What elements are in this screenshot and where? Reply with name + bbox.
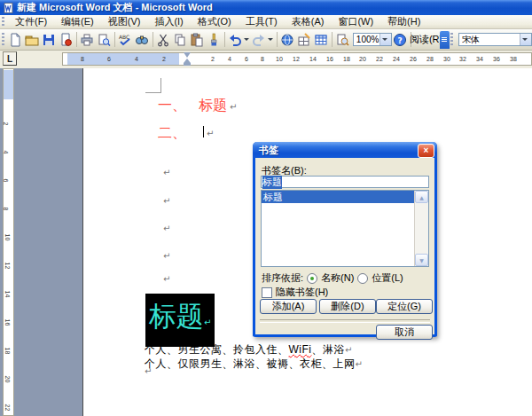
redo-icon: [252, 33, 266, 47]
sort-by-name-radio[interactable]: [307, 273, 317, 284]
chevron-down-icon: [382, 38, 387, 41]
read-layout-button[interactable]: 阅读(R): [413, 31, 437, 48]
dialog-titlebar: 书签 ×: [253, 142, 437, 158]
menu-item[interactable]: 工具(T): [239, 13, 285, 30]
undo-icon: [228, 33, 242, 47]
bookmark-list-item[interactable]: 标题: [262, 191, 414, 203]
chevron-up-icon: ▲: [419, 194, 424, 200]
goto-button[interactable]: 定位(G): [376, 299, 433, 314]
sort-by-position-radio[interactable]: [357, 273, 368, 284]
sort-by-name-label: 名称(N): [321, 271, 354, 285]
toolbar-separator: [76, 32, 77, 47]
line1-post: 、淋浴: [312, 343, 346, 356]
vertical-ruler[interactable]: 246810121416182022: [3, 68, 14, 416]
heading-line-1[interactable]: 一、标题↵: [158, 97, 237, 115]
toolbar-drag-handle[interactable]: [2, 33, 4, 47]
svg-text:?: ?: [397, 35, 402, 44]
menu-item[interactable]: 文件(F): [8, 13, 54, 30]
open-folder-icon: [25, 33, 39, 47]
dialog-close-button[interactable]: ×: [418, 144, 434, 158]
toolbar-options-button[interactable]: [440, 31, 450, 49]
paragraph-mark: ↵: [163, 196, 170, 206]
cancel-button-label: 取消: [395, 326, 414, 339]
body-text-line-1[interactable]: 个人、男生公寓、拎包入住、WiFi、淋浴↵: [145, 342, 353, 357]
scroll-down-button[interactable]: ▼: [415, 254, 428, 266]
print-button[interactable]: [79, 31, 96, 48]
undo-dropdown-arrow[interactable]: [244, 38, 249, 41]
hidden-bookmarks-row: 隐藏书签(H): [262, 286, 328, 299]
scroll-up-button[interactable]: ▲: [415, 191, 428, 203]
bookmark-list[interactable]: 标题 ▲ ▼: [261, 190, 429, 267]
standard-toolbar: ABC: [0, 29, 532, 51]
horizontal-ruler[interactable]: 8642 2468101214161820222426283032343638: [62, 52, 532, 66]
ruler-number: 2: [3, 122, 9, 126]
format-painter-button[interactable]: [206, 31, 223, 48]
ruler-number: 4: [228, 56, 231, 62]
goto-button-label: 定位(G): [387, 300, 421, 313]
permission-button[interactable]: [58, 31, 74, 48]
cancel-button[interactable]: 取消: [376, 325, 433, 340]
delete-button[interactable]: 删除(D): [319, 299, 376, 314]
open-button[interactable]: [24, 31, 41, 48]
menu-item[interactable]: 编辑(E): [54, 13, 101, 30]
toolbar-separator: [277, 32, 278, 47]
heading-1-number: 一、: [158, 98, 186, 113]
menu-item[interactable]: 表格(A): [285, 13, 332, 30]
formatting-toolbar-drag-handle[interactable]: [450, 33, 453, 47]
add-button[interactable]: 添加(A): [260, 299, 317, 314]
ruler-number: 18: [343, 56, 350, 62]
window-title: 新建 Microsoft Word 文档 - Microsoft Word: [17, 1, 213, 14]
font-select[interactable]: 宋体: [458, 33, 532, 46]
help-button[interactable]: ?: [392, 31, 409, 48]
zoom-page-button[interactable]: [334, 31, 351, 48]
undo-button[interactable]: [227, 31, 244, 48]
paragraph-mark: ↵: [163, 168, 170, 177]
bookmark-dialog: 书签 × 书签名(B): 标题 标题 ▲ ▼ 排序: [253, 142, 437, 337]
save-button[interactable]: [41, 31, 58, 48]
ruler-number: 6: [107, 56, 111, 62]
ruler-top-margin-area: [4, 70, 13, 99]
ruler-number: 12: [293, 56, 300, 62]
close-icon: ×: [424, 146, 429, 155]
tables-borders-button[interactable]: [296, 31, 313, 48]
bookmark-name-input[interactable]: 标题: [261, 176, 429, 188]
selected-heading-text[interactable]: 标题↵: [145, 294, 215, 347]
menu-item[interactable]: 帮助(H): [380, 13, 427, 30]
print-preview-button[interactable]: [96, 31, 113, 48]
ruler-number: 8: [261, 56, 264, 62]
font-dropdown-button[interactable]: [520, 34, 531, 45]
ruler-number: 38: [510, 56, 517, 62]
menu-item[interactable]: 格式(O): [191, 13, 239, 30]
menu-item[interactable]: 窗口(W): [331, 13, 380, 30]
menu-bar: 文件(F)编辑(E)视图(V)插入(I)格式(O)工具(T)表格(A)窗口(W)…: [0, 15, 532, 29]
spelling-grammar-icon: ABC: [118, 33, 132, 47]
list-scrollbar[interactable]: ▲ ▼: [414, 191, 428, 266]
new-document-button[interactable]: [7, 31, 24, 48]
zoom-select[interactable]: 100%: [353, 33, 392, 46]
research-button[interactable]: [134, 31, 151, 48]
heading-line-2[interactable]: 二、: [158, 124, 186, 143]
left-indent-marker[interactable]: [184, 63, 191, 66]
redo-dropdown-arrow[interactable]: [268, 38, 273, 41]
spelling-button[interactable]: ABC: [117, 31, 134, 48]
document-area: 246810121416182022 一、标题↵ 二、 ↵ ↵↵↵↵↵ 标题↵ …: [0, 68, 532, 416]
heading-1-text: 标题: [199, 98, 227, 113]
body-text-line-2[interactable]: 个人、仅限男生、淋浴、被褥、衣柜、上网↵: [145, 357, 363, 372]
tab-stop-selector[interactable]: L: [3, 51, 17, 66]
cut-button[interactable]: [155, 31, 172, 48]
insert-hyperlink-button[interactable]: [279, 31, 296, 48]
menubar-drag-handle[interactable]: [2, 17, 4, 27]
sort-by-row: 排序依据: 名称(N) 位置(L): [262, 271, 403, 285]
paragraph-mark: ↵: [207, 129, 214, 138]
hidden-bookmarks-checkbox[interactable]: [262, 287, 272, 298]
first-line-indent-marker[interactable]: [184, 52, 191, 58]
toolbar-separator: [332, 32, 332, 47]
redo-button[interactable]: [251, 31, 268, 48]
menu-item[interactable]: 插入(I): [147, 13, 190, 30]
paste-button[interactable]: [189, 31, 206, 48]
menu-item[interactable]: 视图(V): [101, 13, 148, 30]
insert-table-button[interactable]: [313, 31, 330, 48]
copy-button[interactable]: [172, 31, 189, 48]
ruler-number: 20: [4, 376, 11, 383]
zoom-dropdown-button[interactable]: [379, 34, 391, 45]
